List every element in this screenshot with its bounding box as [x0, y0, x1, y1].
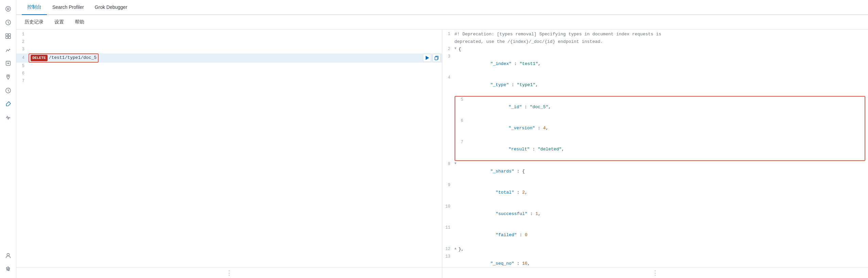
settings-button[interactable]: 设置	[52, 18, 67, 27]
output-line-10: 10 "successful" : 1,	[442, 203, 868, 225]
editor-line-7: 7	[16, 78, 442, 85]
sidebar-icon-user[interactable]	[2, 249, 14, 262]
copy-button[interactable]	[432, 54, 441, 62]
tab-bar: 控制台 Search Profiler Grok Debugger	[16, 0, 868, 15]
sidebar-icon-maps[interactable]	[2, 71, 14, 83]
svg-marker-11	[426, 56, 429, 60]
svg-point-9	[7, 254, 9, 256]
svg-rect-4	[8, 34, 10, 36]
sidebar-icon-visualize[interactable]	[2, 44, 14, 56]
output-line-6: 6 "_version" : 4,	[455, 118, 865, 139]
right-code-output[interactable]: 1 #! Deprecation: [types removal] Specif…	[442, 30, 868, 267]
right-output: 1 #! Deprecation: [types removal] Specif…	[442, 30, 868, 278]
output-line-1: 1 #! Deprecation: [types removal] Specif…	[442, 31, 868, 38]
sidebar-icon-canvas[interactable]	[2, 57, 14, 69]
svg-point-8	[7, 76, 9, 77]
output-line-12: 12 ▲ },	[442, 246, 868, 254]
collapse-arrow-2[interactable]: ▼	[455, 46, 459, 53]
svg-point-0	[5, 6, 10, 11]
editor-line-1: 1	[16, 31, 442, 38]
editor-line-6: 6	[16, 70, 442, 78]
output-line-1b: deprecated, use the /{index}/_doc/{id} e…	[442, 38, 868, 46]
tab-search-profiler[interactable]: Search Profiler	[47, 0, 89, 15]
svg-rect-5	[5, 36, 7, 38]
toolbar: 历史记录 设置 帮助	[16, 15, 868, 30]
sidebar-icon-discover[interactable]	[2, 16, 14, 29]
collapse-arrow-12[interactable]: ▲	[455, 246, 459, 254]
history-button[interactable]: 历史记录	[22, 18, 46, 27]
tab-console[interactable]: 控制台	[22, 0, 47, 15]
sidebar-icon-ml[interactable]	[2, 84, 14, 97]
output-line-5: 5 "_id" : "doc_5",	[455, 97, 865, 118]
svg-point-10	[7, 268, 9, 270]
sidebar	[0, 0, 16, 278]
run-button[interactable]	[423, 54, 431, 62]
editor-line-4: 4 DELETE /test1/type1/doc_5	[16, 53, 442, 63]
editor-line-3: 3	[16, 46, 442, 53]
editor-area: 1 2 3 4 DELETE	[16, 30, 868, 278]
sidebar-icon-monitoring[interactable]	[2, 112, 14, 124]
sidebar-icon-settings[interactable]	[2, 263, 14, 275]
dots-menu-left[interactable]: ⋮	[16, 267, 442, 278]
output-line-7: 7 "result" : "deleted",	[455, 139, 865, 160]
sidebar-icon-devtools[interactable]	[2, 98, 14, 110]
svg-rect-6	[8, 36, 10, 38]
output-line-2: 2 ▼ {	[442, 46, 868, 53]
output-redbox: 5 "_id" : "doc_5", 6 "_version" : 4,	[455, 96, 866, 161]
svg-rect-3	[5, 34, 7, 36]
output-line-11: 11 "failed" : 0	[442, 225, 868, 246]
left-editor: 1 2 3 4 DELETE	[16, 30, 442, 278]
output-line-3: 3 "_index" : "test1",	[442, 53, 868, 75]
help-button[interactable]: 帮助	[72, 18, 87, 27]
output-line-4: 4 "_type" : "type1",	[442, 75, 868, 96]
svg-point-1	[7, 8, 9, 10]
left-code-editor[interactable]: 1 2 3 4 DELETE	[16, 30, 442, 267]
dots-menu-right[interactable]: ⋮	[442, 267, 868, 278]
line-actions	[423, 54, 441, 62]
editor-line-5: 5	[16, 63, 442, 70]
editor-line-2: 2	[16, 38, 442, 46]
http-method-delete: DELETE	[31, 55, 48, 62]
output-line-9: 9 "total" : 2,	[442, 182, 868, 203]
tab-grok-debugger[interactable]: Grok Debugger	[89, 0, 133, 15]
collapse-arrow-8[interactable]: ▼	[455, 161, 459, 182]
request-path: /test1/type1/doc_5	[49, 54, 97, 62]
request-line-redbox: DELETE /test1/type1/doc_5	[29, 53, 99, 63]
svg-rect-12	[435, 57, 438, 60]
sidebar-icon-dashboard[interactable]	[2, 30, 14, 42]
sidebar-icon-home[interactable]	[2, 3, 14, 15]
output-line-13: 13 "_seq_no" : 16,	[442, 254, 868, 267]
main-content: 控制台 Search Profiler Grok Debugger 历史记录 设…	[16, 0, 868, 278]
output-line-8: 8 ▼ "_shards" : {	[442, 161, 868, 182]
